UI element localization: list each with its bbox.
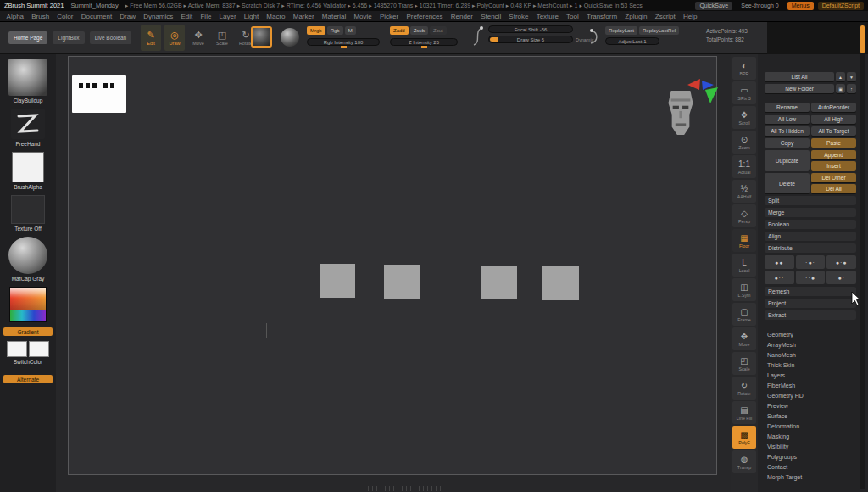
menu-item[interactable]: Texture: [532, 13, 562, 20]
menu-item[interactable]: Stroke: [505, 13, 532, 20]
subtool-button[interactable]: AutoReorder: [811, 103, 856, 112]
menu-item[interactable]: Picker: [376, 13, 402, 20]
mesh-cube[interactable]: [542, 266, 579, 300]
subtool-up-button[interactable]: ▲: [836, 72, 845, 81]
menu-item[interactable]: Dynamics: [140, 13, 177, 20]
rightshelf-button[interactable]: ◫ L.Sym: [732, 278, 756, 301]
menu-item[interactable]: Zscript: [651, 13, 679, 20]
rightshelf-button[interactable]: 1:1 Actual: [732, 155, 756, 178]
rightshelf-button[interactable]: ▢ Frame: [732, 303, 756, 326]
subtool-group-header[interactable]: Merge: [765, 208, 856, 217]
menu-item[interactable]: Tool: [563, 13, 583, 20]
shelf-nav-button[interactable]: LightBox: [53, 31, 84, 44]
distribute-icon-button[interactable]: ●··: [765, 271, 794, 284]
menu-item[interactable]: Material: [318, 13, 350, 20]
z-intensity-slider[interactable]: Z Intensity 26: [390, 38, 458, 46]
distribute-icon-button[interactable]: ●·●: [826, 255, 856, 269]
current-stroke-thumbnail[interactable]: [11, 109, 45, 139]
delete-button[interactable]: Delete: [765, 173, 810, 193]
del-other-button[interactable]: Del Other: [811, 173, 856, 182]
subtool-button[interactable]: Rename: [765, 103, 810, 112]
rightshelf-button[interactable]: ▦ Floor: [732, 229, 756, 252]
menu-item[interactable]: Layer: [215, 13, 240, 20]
replay-button[interactable]: ReplayLast: [605, 26, 637, 35]
rightshelf-button[interactable]: ▭ SPix 3: [732, 81, 756, 104]
rightshelf-button[interactable]: ◰ Scale: [732, 352, 756, 375]
current-alpha-thumbnail[interactable]: [12, 152, 44, 182]
tool-subpalette-header[interactable]: Morph Target: [765, 472, 856, 482]
slider-handle[interactable]: [341, 46, 347, 48]
tool-subpalette-header[interactable]: ArrayMesh: [765, 339, 856, 349]
color-saturation-area[interactable]: [10, 288, 46, 310]
new-folder-button[interactable]: New Folder: [765, 84, 834, 93]
transform-mode-button[interactable]: ◎ Draw: [164, 25, 185, 51]
rightshelf-button[interactable]: ◍ Transp: [732, 450, 756, 473]
folder-icon-button[interactable]: ▣: [836, 84, 845, 93]
shelf-nav-button[interactable]: Home Page: [8, 31, 47, 44]
menu-item[interactable]: Macro: [263, 13, 289, 20]
tool-subpalette-header[interactable]: FiberMesh: [765, 380, 856, 390]
menu-item[interactable]: Brush: [28, 13, 53, 20]
current-tool-preview[interactable]: [663, 88, 698, 137]
subtool-button[interactable]: All Low: [765, 115, 810, 124]
mesh-cube[interactable]: [384, 265, 420, 299]
tool-subpalette-header[interactable]: Polygroups: [765, 451, 856, 461]
current-material-sphere[interactable]: [281, 28, 299, 47]
rightshelf-button[interactable]: ◐ BPR: [732, 57, 756, 80]
rightshelf-button[interactable]: L Local: [732, 254, 756, 277]
del-all-button[interactable]: Del All: [811, 184, 856, 193]
transform-mode-button[interactable]: ✎ Edit: [141, 25, 161, 51]
subtool-group-header[interactable]: Split: [765, 196, 856, 205]
distribute-icon-button[interactable]: ·●·: [796, 255, 826, 269]
paint-mode-button[interactable]: Rgb: [327, 26, 343, 35]
subtool-group-header[interactable]: Extract: [765, 310, 856, 320]
canvas[interactable]: [56, 54, 731, 492]
subtool-group-header[interactable]: Project: [765, 299, 856, 308]
titlebar-action-button[interactable]: See-through 0: [737, 2, 782, 10]
menu-item[interactable]: Light: [240, 13, 263, 20]
sculpt-mode-button[interactable]: Zadd: [390, 26, 409, 35]
menu-item[interactable]: Marker: [289, 13, 318, 20]
menu-item[interactable]: Stencil: [477, 13, 505, 20]
menu-item[interactable]: Alpha: [3, 13, 28, 20]
menu-item[interactable]: Document: [77, 13, 116, 20]
alternate-button[interactable]: Alternate: [3, 375, 53, 383]
tool-subpalette-header[interactable]: Visibility: [765, 441, 856, 451]
adjust-last-slider[interactable]: AdjustLast 1: [605, 37, 659, 45]
duplicate-button[interactable]: Duplicate: [765, 150, 810, 171]
rightshelf-button[interactable]: ✥ Scroll: [732, 106, 756, 129]
panel-scrollbar[interactable]: [860, 25, 865, 53]
subtool-down-button[interactable]: ▼: [847, 72, 856, 81]
menu-item[interactable]: Edit: [177, 13, 197, 20]
tool-subpalette-header[interactable]: Geometry: [765, 329, 856, 339]
draw-size-slider[interactable]: Draw Size 6: [488, 36, 573, 43]
current-brush-thumbnail[interactable]: [251, 26, 272, 48]
titlebar-action-button[interactable]: QuickSave: [695, 2, 732, 10]
tool-subpalette-header[interactable]: Deformation: [765, 421, 856, 431]
gradient-button[interactable]: Gradient: [3, 327, 53, 336]
color-picker[interactable]: [9, 287, 47, 322]
distribute-icon-button[interactable]: ●●: [765, 255, 794, 269]
current-texture-thumbnail[interactable]: [11, 195, 45, 224]
rightshelf-button[interactable]: ▩ PolyF: [732, 426, 756, 449]
rightshelf-button[interactable]: ▤ Line Fill: [732, 401, 756, 424]
shelf-nav-button[interactable]: Live Boolean: [90, 31, 132, 44]
subtool-button[interactable]: All High: [811, 115, 856, 124]
rightshelf-button[interactable]: ½ AAHalf: [732, 180, 756, 203]
main-color-swatch[interactable]: [7, 341, 27, 357]
distribute-icon-button[interactable]: ●·: [826, 271, 856, 284]
tool-subpalette-header[interactable]: Preview: [765, 400, 856, 411]
menu-item[interactable]: File: [197, 13, 215, 20]
document-area[interactable]: [68, 56, 717, 475]
rightshelf-button[interactable]: ⊙ Zoom: [732, 131, 756, 154]
rightshelf-button[interactable]: ↻ Rotate: [732, 377, 756, 400]
focal-shift-slider[interactable]: Focal Shift -56: [488, 25, 573, 33]
subtool-button[interactable]: All To Hidden: [765, 126, 810, 136]
tool-subpalette-header[interactable]: Surface: [765, 411, 856, 421]
subtool-button[interactable]: All To Target: [811, 126, 856, 136]
menu-item[interactable]: Color: [53, 13, 77, 20]
titlebar-action-button[interactable]: Menus: [787, 2, 814, 10]
append-button[interactable]: Append: [811, 150, 856, 159]
tool-subpalette-header[interactable]: Geometry HD: [765, 390, 856, 400]
tool-subpalette-header[interactable]: Layers: [765, 370, 856, 380]
